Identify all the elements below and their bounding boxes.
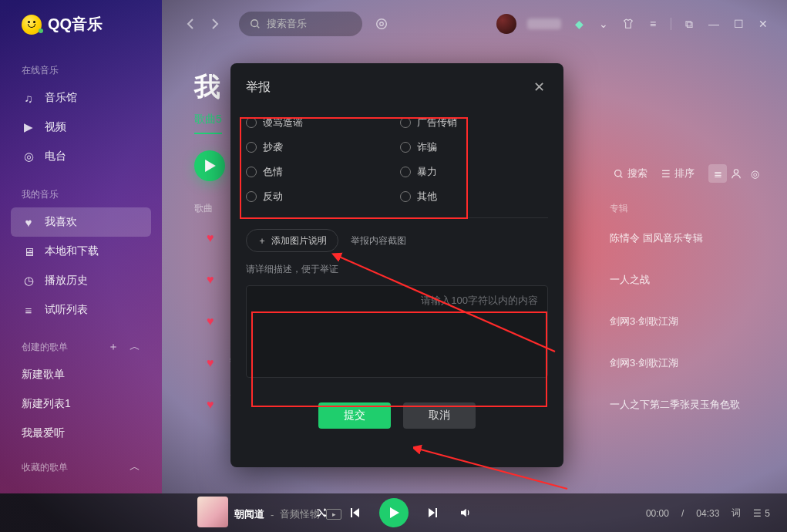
created-playlist-item[interactable]: 新建歌单: [0, 360, 162, 389]
user-avatar[interactable]: [496, 14, 516, 34]
radio-icon: [246, 167, 257, 177]
sidebar-item-label: 视频: [45, 120, 66, 134]
skin-icon[interactable]: [621, 17, 635, 31]
reason-label: 谩骂造谣: [263, 116, 303, 130]
svg-point-1: [377, 19, 387, 29]
created-playlist-item[interactable]: 我最爱听: [0, 419, 162, 448]
reason-label: 抄袭: [263, 140, 283, 154]
sidebar-item-favorites[interactable]: ♥ 我喜欢: [11, 207, 151, 237]
sidebar-item-label: 我喜欢: [45, 215, 77, 229]
radio-icon: [400, 142, 411, 153]
window-maximize-button[interactable]: ☐: [732, 17, 745, 31]
section-collected-label: 收藏的歌单: [22, 461, 68, 474]
add-image-button[interactable]: ＋ 添加图片说明: [246, 229, 338, 252]
time-current: 00:00: [646, 508, 669, 519]
monitor-icon: 🖥: [22, 244, 35, 258]
sidebar-item-preview-list[interactable]: ≡ 试听列表: [0, 295, 162, 325]
report-reason-option[interactable]: 暴力: [400, 165, 548, 179]
search-icon: [250, 19, 261, 29]
reason-label: 暴力: [417, 165, 437, 179]
radio-icon: [246, 142, 257, 153]
modal-title: 举报: [246, 79, 271, 96]
report-reason-option[interactable]: 反动: [246, 190, 394, 204]
reason-label: 其他: [417, 190, 437, 204]
previous-button[interactable]: [347, 505, 362, 520]
queue-icon: ☰: [753, 508, 762, 519]
created-playlist-item[interactable]: 新建列表1: [0, 389, 162, 419]
search-input[interactable]: 搜索音乐: [239, 12, 362, 36]
sidebar-item-local-downloads[interactable]: 🖥 本地和下载: [0, 237, 162, 266]
lyrics-button[interactable]: 词: [732, 507, 741, 520]
svg-point-0: [251, 20, 258, 27]
report-description-input[interactable]: [246, 285, 548, 378]
nav-forward-button[interactable]: [203, 12, 227, 35]
sidebar-section-mine: 我的音乐: [0, 184, 162, 207]
add-image-label: 添加图片说明: [271, 234, 327, 247]
window-close-button[interactable]: ✕: [756, 17, 770, 31]
sidebar-item-music-hall[interactable]: ♫ 音乐馆: [0, 83, 162, 113]
close-icon[interactable]: ✕: [530, 76, 548, 99]
divider: [671, 18, 671, 30]
listen-identify-icon[interactable]: [373, 15, 390, 32]
screenshot-link[interactable]: 举报内容截图: [351, 234, 406, 247]
radio-icon: ◎: [22, 150, 35, 163]
shuffle-button[interactable]: [314, 505, 330, 520]
track-thumbnail[interactable]: [197, 497, 228, 527]
svg-point-2: [380, 22, 384, 26]
playlist-label: 我最爱听: [22, 426, 65, 440]
reason-label: 广告传销: [417, 116, 457, 130]
time-total: 04:33: [696, 508, 719, 519]
play-button[interactable]: [379, 498, 409, 527]
sidebar-item-label: 电台: [45, 150, 66, 163]
sidebar-item-history[interactable]: ◷ 播放历史: [0, 266, 162, 295]
sidebar-section-online: 在线音乐: [0, 59, 162, 83]
report-help-text: 请详细描述，便于举证: [230, 260, 563, 285]
menu-icon[interactable]: ≡: [646, 17, 660, 31]
vip-diamond-icon[interactable]: ◆: [572, 17, 586, 31]
report-reason-option[interactable]: 谩骂造谣: [246, 116, 394, 130]
nav-back-button[interactable]: [179, 12, 202, 35]
report-reason-option[interactable]: 其他: [400, 190, 548, 204]
radio-icon: [400, 191, 411, 202]
qq-music-logo-icon: [22, 15, 42, 35]
music-note-icon: ♫: [22, 91, 35, 105]
report-reason-option[interactable]: 色情: [246, 165, 394, 179]
video-icon: ▶: [22, 120, 35, 134]
collapse-icon[interactable]: ︿: [129, 460, 140, 474]
playlist-icon: ≡: [22, 303, 35, 317]
radio-icon: [400, 167, 411, 177]
topbar-right: ◆ ⌄ ≡ ⧉ ― ☐ ✕: [496, 14, 770, 34]
collapse-icon[interactable]: ︿: [129, 340, 140, 354]
report-reason-grid: 谩骂造谣 广告传销 抄袭 诈骗 色情 暴力 反动 其他: [246, 111, 548, 208]
divider: [246, 217, 548, 218]
sidebar-item-label: 试听列表: [45, 303, 88, 317]
app-name: QQ音乐: [48, 14, 103, 35]
submit-button[interactable]: 提交: [318, 402, 391, 429]
report-reason-option[interactable]: 广告传销: [400, 116, 548, 130]
cancel-button[interactable]: 取消: [403, 402, 476, 429]
app-logo[interactable]: QQ音乐: [0, 14, 162, 35]
player-right: 00:00 / 04:33 词 ☰5: [646, 507, 770, 520]
plus-icon: ＋: [257, 234, 267, 247]
chevron-down-icon[interactable]: ⌄: [597, 17, 610, 31]
radio-icon: [246, 117, 257, 128]
report-reason-option[interactable]: 诈骗: [400, 140, 548, 154]
sidebar-section-collected: 收藏的歌单 ︿: [0, 456, 162, 480]
volume-button[interactable]: [458, 505, 473, 520]
mini-mode-icon[interactable]: ⧉: [682, 17, 696, 31]
next-button[interactable]: [425, 505, 441, 520]
radio-icon: [246, 191, 257, 202]
queue-button[interactable]: ☰5: [753, 508, 770, 519]
reason-label: 诈骗: [417, 140, 437, 154]
search-placeholder: 搜索音乐: [267, 17, 307, 31]
sidebar-item-video[interactable]: ▶ 视频: [0, 113, 162, 142]
report-reason-option[interactable]: 抄袭: [246, 140, 394, 154]
window-minimize-button[interactable]: ―: [707, 17, 721, 31]
sidebar-item-radio[interactable]: ◎ 电台: [0, 142, 162, 171]
topbar: 搜索音乐 ◆ ⌄ ≡ ⧉ ― ☐ ✕: [162, 0, 787, 48]
add-playlist-icon[interactable]: ＋: [108, 340, 119, 354]
reason-label: 色情: [263, 165, 283, 179]
clock-icon: ◷: [22, 274, 35, 288]
track-name[interactable]: 朝闻道: [234, 507, 264, 521]
sidebar-item-label: 本地和下载: [45, 244, 99, 258]
